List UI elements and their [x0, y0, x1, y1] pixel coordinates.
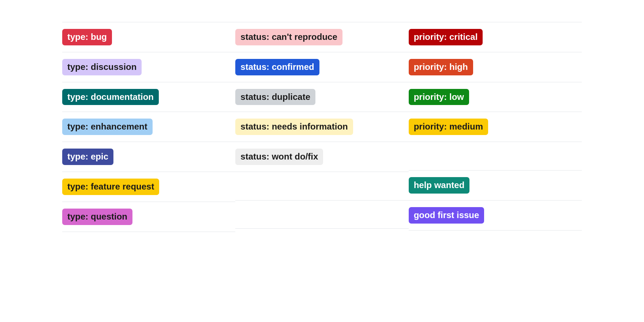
label-status-confirmed[interactable]: status: confirmed	[235, 59, 319, 75]
type-column: type: bugtype: discussiontype: documenta…	[62, 22, 235, 232]
label-type-documentation[interactable]: type: documentation	[62, 89, 159, 105]
label-type-epic[interactable]: type: epic	[62, 149, 113, 165]
label-row: status: needs information	[235, 112, 408, 142]
label-row: priority: high	[409, 52, 582, 82]
label-row: status: can't reproduce	[235, 22, 408, 52]
label-status-wont-do-fix[interactable]: status: wont do/fix	[235, 149, 323, 165]
priority-column: priority: criticalpriority: highpriority…	[409, 22, 582, 232]
label-grid: type: bugtype: discussiontype: documenta…	[62, 22, 582, 232]
label-type-bug[interactable]: type: bug	[62, 29, 112, 45]
label-status-cant-reproduce[interactable]: status: can't reproduce	[235, 29, 342, 45]
label-good-first-issue[interactable]: good first issue	[409, 207, 484, 224]
label-row	[409, 142, 582, 170]
label-row: priority: low	[409, 82, 582, 112]
label-row: priority: medium	[409, 112, 582, 142]
label-row: type: discussion	[62, 52, 235, 82]
label-type-question[interactable]: type: question	[62, 209, 132, 225]
label-row: type: bug	[62, 22, 235, 52]
status-column: status: can't reproducestatus: confirmed…	[235, 22, 408, 232]
label-row	[235, 172, 408, 200]
label-priority-critical[interactable]: priority: critical	[409, 29, 483, 45]
label-row: status: duplicate	[235, 82, 408, 112]
label-status-needs-information[interactable]: status: needs information	[235, 119, 353, 135]
label-row: priority: critical	[409, 22, 582, 52]
label-row: status: wont do/fix	[235, 142, 408, 172]
label-type-feature-request[interactable]: type: feature request	[62, 179, 159, 195]
label-priority-medium[interactable]: priority: medium	[409, 119, 488, 135]
label-row: status: confirmed	[235, 52, 408, 82]
label-row: type: question	[62, 202, 235, 232]
label-row: good first issue	[409, 200, 582, 231]
label-row: help wanted	[409, 170, 582, 200]
label-priority-high[interactable]: priority: high	[409, 59, 473, 75]
label-status-duplicate[interactable]: status: duplicate	[235, 89, 315, 105]
label-row: type: enhancement	[62, 112, 235, 142]
label-row: type: feature request	[62, 172, 235, 202]
label-row	[235, 200, 408, 229]
label-type-enhancement[interactable]: type: enhancement	[62, 119, 153, 135]
label-row: type: documentation	[62, 82, 235, 112]
label-type-discussion[interactable]: type: discussion	[62, 59, 142, 75]
label-priority-low[interactable]: priority: low	[409, 89, 469, 105]
label-help-wanted[interactable]: help wanted	[409, 177, 470, 194]
label-row: type: epic	[62, 142, 235, 172]
